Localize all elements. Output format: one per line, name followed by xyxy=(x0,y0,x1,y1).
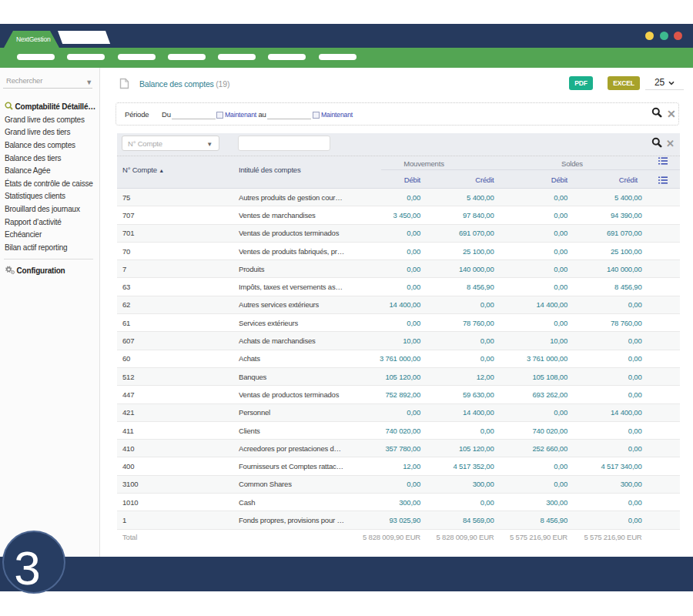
svg-text:3: 3 xyxy=(14,541,40,594)
